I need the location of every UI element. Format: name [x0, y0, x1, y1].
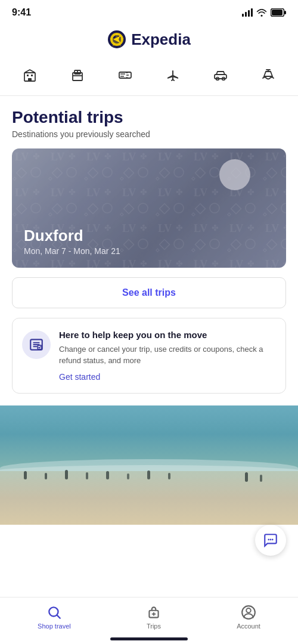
category-tickets[interactable]: [113, 66, 137, 88]
category-cars[interactable]: [209, 66, 232, 88]
wifi-icon: [256, 8, 267, 17]
help-card: Here to help keep you on the move Change…: [12, 318, 286, 394]
svg-point-15: [128, 75, 129, 76]
get-started-link[interactable]: Get started: [59, 372, 100, 382]
section-subtitle: Destinations you previously searched: [12, 129, 286, 139]
signal-icon: [242, 8, 253, 17]
beach-people: [24, 470, 170, 479]
trip-destination: Duxford: [24, 227, 120, 245]
section-title: Potential trips: [12, 108, 286, 127]
person-silhouette: [45, 473, 47, 479]
person-silhouette: [24, 471, 27, 479]
category-flights[interactable]: [161, 66, 185, 88]
nav-shop-label: Shop travel: [38, 623, 71, 630]
flights-icon: [166, 68, 180, 86]
person-silhouette: [260, 475, 262, 482]
main-content: Potential trips Destinations you previou…: [0, 96, 298, 394]
beach-banner: [0, 405, 298, 525]
nav-trips-label: Trips: [147, 623, 161, 630]
account-icon: [241, 605, 256, 620]
help-icon-wrap: [22, 330, 51, 359]
person-silhouette: [127, 473, 129, 479]
trip-card-info: Duxford Mon, Mar 7 - Mon, Mar 21: [24, 227, 120, 256]
app-header: Expedia: [0, 23, 298, 58]
nav-trips[interactable]: Trips: [146, 605, 162, 630]
category-nav: [0, 58, 298, 96]
svg-rect-2: [272, 10, 283, 16]
packages-icon: [70, 68, 85, 86]
status-bar: 9:41: [0, 0, 298, 23]
svg-rect-8: [31, 75, 33, 76]
help-title: Here to help keep you on the move: [59, 329, 276, 341]
svg-line-38: [57, 615, 60, 618]
help-card-icon: [29, 337, 44, 352]
chat-fab-icon: [263, 532, 278, 548]
trip-card-circle: [219, 159, 250, 190]
category-hotels[interactable]: [18, 66, 42, 88]
trip-card[interactable]: LV ✤ ⋄ Duxford Mon, Mar 7 - Mon, Mar 21: [12, 148, 286, 268]
svg-point-35: [270, 539, 272, 541]
luggage-icon: [146, 605, 162, 620]
svg-point-43: [246, 608, 251, 613]
see-all-trips-button[interactable]: See all trips: [12, 277, 286, 308]
category-cruises[interactable]: [256, 66, 280, 88]
person-silhouette: [147, 470, 150, 479]
category-packages[interactable]: [66, 66, 89, 88]
person-silhouette: [245, 472, 248, 482]
nav-shop-travel[interactable]: Shop travel: [38, 605, 71, 630]
tickets-icon: [118, 68, 132, 86]
expedia-logo-icon: [107, 30, 126, 49]
hotels-icon: [23, 68, 37, 86]
cars-icon: [213, 68, 228, 86]
nav-account-label: Account: [237, 623, 260, 630]
person-silhouette: [65, 470, 68, 479]
svg-rect-1: [284, 11, 286, 14]
person-silhouette: [106, 471, 109, 479]
svg-point-34: [268, 539, 269, 541]
chat-fab-button[interactable]: [255, 525, 286, 556]
person-silhouette: [168, 473, 170, 479]
svg-rect-14: [119, 72, 131, 78]
help-text: Here to help keep you on the move Change…: [59, 329, 276, 382]
cruises-icon: [261, 68, 275, 86]
battery-icon: [271, 8, 286, 17]
help-description: Change or cancel your trip, use credits …: [59, 343, 276, 367]
logo-text: Expedia: [131, 30, 191, 49]
svg-point-36: [272, 539, 274, 541]
beach-people-right: [245, 472, 262, 482]
nav-account[interactable]: Account: [237, 605, 260, 630]
trip-dates: Mon, Mar 7 - Mon, Mar 21: [24, 246, 120, 256]
home-indicator: [110, 637, 188, 640]
svg-rect-9: [28, 78, 32, 81]
status-time: 9:41: [12, 7, 31, 18]
search-icon: [46, 605, 62, 620]
status-icons: [242, 8, 286, 17]
person-silhouette: [86, 472, 88, 479]
svg-rect-7: [27, 75, 29, 76]
logo: Expedia: [107, 30, 191, 49]
